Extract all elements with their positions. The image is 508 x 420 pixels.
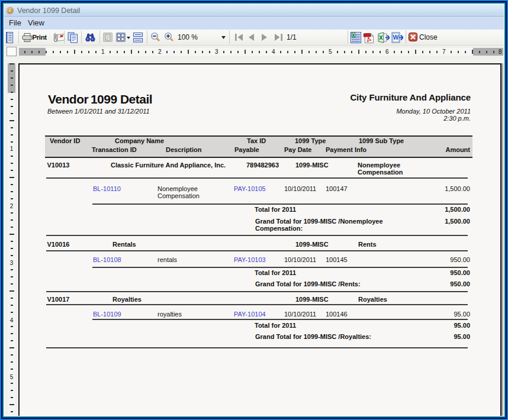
svg-text:W: W xyxy=(393,34,399,41)
